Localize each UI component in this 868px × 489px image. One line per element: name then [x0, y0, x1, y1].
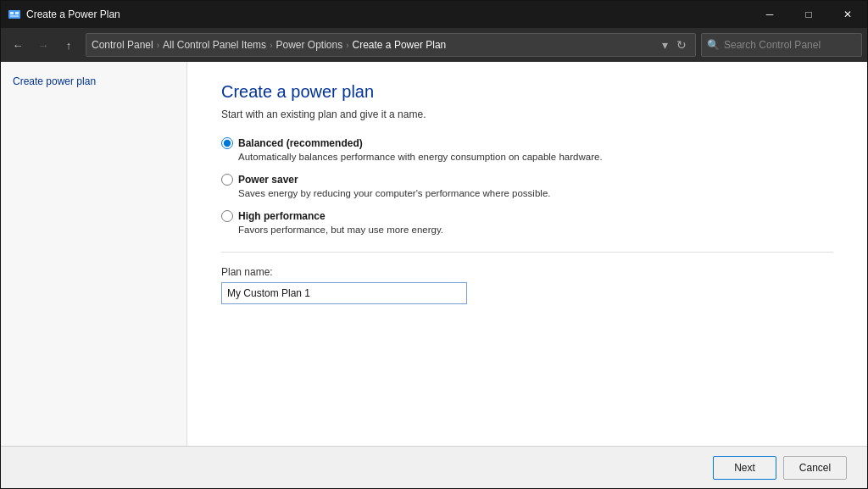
- breadcrumb-create-power-plan[interactable]: Create a Power Plan: [353, 39, 447, 51]
- window-icon: [8, 8, 21, 21]
- minimize-button[interactable]: ─: [750, 1, 789, 28]
- close-button[interactable]: ✕: [828, 1, 867, 28]
- title-bar-left: Create a Power Plan: [8, 8, 120, 21]
- section-divider: [221, 252, 833, 253]
- title-bar-controls: ─ □ ✕: [750, 1, 867, 28]
- option-power-saver: Power saver Saves energy by reducing you…: [221, 174, 833, 198]
- option-high-performance: High performance Favors performance, but…: [221, 210, 833, 235]
- refresh-button[interactable]: ↻: [673, 36, 690, 53]
- window: Create a Power Plan ─ □ ✕ ← → ↑ Control …: [0, 0, 868, 489]
- title-bar: Create a Power Plan ─ □ ✕: [1, 1, 867, 28]
- maximize-button[interactable]: □: [789, 1, 828, 28]
- search-input[interactable]: [724, 39, 856, 51]
- svg-rect-3: [10, 15, 19, 17]
- next-button[interactable]: Next: [713, 456, 776, 480]
- breadcrumb-control-panel[interactable]: Control Panel: [92, 39, 153, 51]
- address-bar-right: ▾ ↻: [659, 36, 690, 53]
- option-power-saver-label[interactable]: Power saver: [221, 174, 833, 186]
- option-high-performance-text: High performance: [238, 210, 326, 222]
- option-high-performance-label[interactable]: High performance: [221, 210, 833, 222]
- plan-name-section: Plan name:: [221, 266, 833, 304]
- content-area: Create a power plan Start with an existi…: [187, 62, 867, 489]
- up-button[interactable]: ↑: [57, 33, 81, 57]
- option-high-performance-desc: Favors performance, but may use more ene…: [238, 225, 833, 235]
- forward-button[interactable]: →: [31, 33, 55, 57]
- nav-bar: ← → ↑ Control Panel › All Control Panel …: [1, 28, 867, 62]
- power-plan-options: Balanced (recommended) Automatically bal…: [221, 137, 833, 235]
- option-high-performance-radio[interactable]: [221, 210, 233, 222]
- breadcrumb-power-options[interactable]: Power Options: [275, 39, 342, 51]
- breadcrumb-all-items[interactable]: All Control Panel Items: [163, 39, 266, 51]
- option-power-saver-text: Power saver: [238, 174, 298, 186]
- address-bar: Control Panel › All Control Panel Items …: [86, 33, 696, 57]
- window-title: Create a Power Plan: [26, 8, 120, 20]
- page-subtitle: Start with an existing plan and give it …: [221, 108, 833, 120]
- plan-name-input[interactable]: [221, 282, 467, 304]
- option-power-saver-desc: Saves energy by reducing your computer's…: [238, 188, 833, 198]
- sidebar: Create power plan: [1, 62, 187, 489]
- option-balanced-text: Balanced (recommended): [238, 137, 363, 149]
- sidebar-item-create-power-plan[interactable]: Create power plan: [1, 70, 186, 92]
- option-power-saver-radio[interactable]: [221, 174, 233, 186]
- svg-rect-1: [10, 12, 14, 14]
- breadcrumb-sep-1: ›: [157, 41, 159, 50]
- svg-rect-2: [15, 12, 19, 14]
- address-dropdown-button[interactable]: ▾: [659, 36, 671, 53]
- plan-name-label: Plan name:: [221, 266, 833, 278]
- option-balanced-label[interactable]: Balanced (recommended): [221, 137, 833, 149]
- breadcrumb-sep-2: ›: [270, 41, 272, 50]
- option-balanced: Balanced (recommended) Automatically bal…: [221, 137, 833, 162]
- search-icon: 🔍: [707, 39, 720, 51]
- main-area: Create power plan Create a power plan St…: [1, 62, 867, 489]
- option-balanced-radio[interactable]: [221, 137, 233, 149]
- back-button[interactable]: ←: [6, 33, 30, 57]
- option-balanced-desc: Automatically balances performance with …: [238, 152, 833, 162]
- footer-bar: Next Cancel: [1, 446, 867, 488]
- cancel-button[interactable]: Cancel: [783, 456, 847, 480]
- search-bar: 🔍: [701, 33, 862, 57]
- page-title: Create a power plan: [221, 82, 833, 102]
- breadcrumb-sep-3: ›: [346, 41, 348, 50]
